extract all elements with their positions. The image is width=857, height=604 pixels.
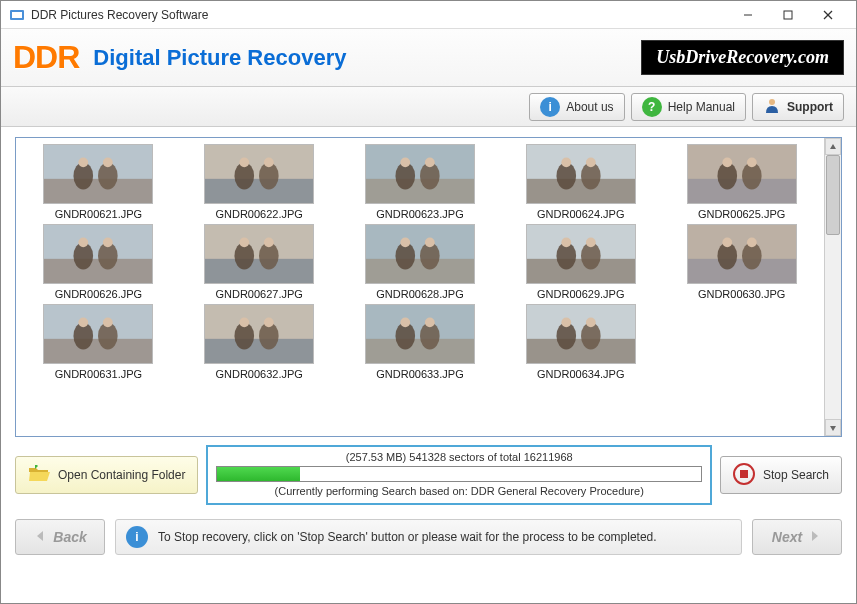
back-button[interactable]: Back <box>15 519 105 555</box>
thumbnail-item[interactable]: GNDR00628.JPG <box>342 224 499 300</box>
back-label: Back <box>53 529 86 545</box>
svg-rect-14 <box>205 179 313 203</box>
thumbnail-filename: GNDR00632.JPG <box>215 368 302 380</box>
content-area: GNDR00621.JPGGNDR00622.JPGGNDR00623.JPGG… <box>1 127 856 511</box>
svg-point-65 <box>722 238 732 248</box>
svg-point-84 <box>425 318 435 328</box>
thumbnail-item[interactable]: GNDR00633.JPG <box>342 304 499 380</box>
stop-search-button[interactable]: Stop Search <box>720 456 842 494</box>
svg-rect-94 <box>740 470 748 478</box>
svg-point-47 <box>240 238 250 248</box>
folder-open-icon <box>28 465 50 486</box>
svg-rect-32 <box>688 179 796 203</box>
thumbnail-filename: GNDR00630.JPG <box>698 288 785 300</box>
svg-point-71 <box>79 318 89 328</box>
svg-point-60 <box>586 238 596 248</box>
about-button[interactable]: i About us <box>529 93 624 121</box>
open-containing-folder-button[interactable]: Open Containing Folder <box>15 456 198 494</box>
svg-point-89 <box>561 318 571 328</box>
svg-point-72 <box>103 318 113 328</box>
thumbnail-filename: GNDR00622.JPG <box>215 208 302 220</box>
thumbnail-scroll: GNDR00621.JPGGNDR00622.JPGGNDR00623.JPGG… <box>16 138 824 436</box>
scroll-up-button[interactable] <box>825 138 841 155</box>
svg-point-36 <box>747 158 757 168</box>
support-icon <box>763 96 781 117</box>
thumbnail-item[interactable]: GNDR00630.JPG <box>663 224 820 300</box>
svg-point-29 <box>561 158 571 168</box>
next-label: Next <box>772 529 802 545</box>
action-row: Open Containing Folder (257.53 MB) 54132… <box>15 445 842 505</box>
maximize-button[interactable] <box>768 1 808 29</box>
header: DDR Digital Picture Recovery UsbDriveRec… <box>1 29 856 87</box>
minimize-button[interactable] <box>728 1 768 29</box>
svg-point-17 <box>240 158 250 168</box>
thumbnail-image <box>204 304 314 364</box>
thumbnail-image <box>526 144 636 204</box>
titlebar: DDR Pictures Recovery Software <box>1 1 856 29</box>
thumbnail-item[interactable]: GNDR00625.JPG <box>663 144 820 220</box>
app-icon <box>9 7 25 23</box>
progress-status-text: (257.53 MB) 541328 sectors of total 1621… <box>216 451 702 463</box>
thumbnail-filename: GNDR00634.JPG <box>537 368 624 380</box>
svg-point-11 <box>79 158 89 168</box>
help-label: Help Manual <box>668 100 735 114</box>
svg-point-41 <box>79 238 89 248</box>
thumbnail-filename: GNDR00631.JPG <box>55 368 142 380</box>
brand-logo: DDR <box>13 39 79 76</box>
svg-rect-8 <box>44 179 152 203</box>
svg-rect-1 <box>12 12 22 18</box>
thumbnail-item[interactable]: GNDR00626.JPG <box>20 224 177 300</box>
progress-fill <box>217 467 299 481</box>
thumbnail-item[interactable]: GNDR00621.JPG <box>20 144 177 220</box>
thumbnail-filename: GNDR00625.JPG <box>698 208 785 220</box>
svg-rect-44 <box>205 259 313 283</box>
svg-point-53 <box>400 238 410 248</box>
thumbnail-filename: GNDR00626.JPG <box>55 288 142 300</box>
svg-rect-38 <box>44 259 152 283</box>
svg-point-30 <box>586 158 596 168</box>
thumbnail-item[interactable]: GNDR00629.JPG <box>502 224 659 300</box>
thumbnail-image <box>365 224 475 284</box>
next-button[interactable]: Next <box>752 519 842 555</box>
support-button[interactable]: Support <box>752 93 844 121</box>
thumbnail-item[interactable]: GNDR00634.JPG <box>502 304 659 380</box>
svg-point-78 <box>264 318 274 328</box>
chevron-left-icon <box>33 529 47 546</box>
svg-rect-74 <box>205 339 313 363</box>
svg-point-83 <box>400 318 410 328</box>
stop-label: Stop Search <box>763 468 829 482</box>
thumbnail-item[interactable]: GNDR00623.JPG <box>342 144 499 220</box>
thumbnail-filename: GNDR00633.JPG <box>376 368 463 380</box>
thumbnail-item[interactable]: GNDR00632.JPG <box>181 304 338 380</box>
thumbnail-item[interactable]: GNDR00631.JPG <box>20 304 177 380</box>
svg-rect-86 <box>527 339 635 363</box>
support-label: Support <box>787 100 833 114</box>
svg-point-59 <box>561 238 571 248</box>
svg-point-77 <box>240 318 250 328</box>
scroll-track[interactable] <box>825 155 841 419</box>
thumbnail-item[interactable]: GNDR00622.JPG <box>181 144 338 220</box>
vertical-scrollbar[interactable] <box>824 138 841 436</box>
toolbar: i About us ? Help Manual Support <box>1 87 856 127</box>
svg-point-54 <box>425 238 435 248</box>
help-manual-button[interactable]: ? Help Manual <box>631 93 746 121</box>
thumbnail-item[interactable]: GNDR00627.JPG <box>181 224 338 300</box>
svg-marker-95 <box>37 531 43 541</box>
svg-rect-3 <box>784 11 792 19</box>
svg-point-35 <box>722 158 732 168</box>
thumbnail-image <box>526 224 636 284</box>
thumbnail-image <box>365 144 475 204</box>
scroll-thumb[interactable] <box>826 155 840 235</box>
svg-rect-68 <box>44 339 152 363</box>
progress-panel: (257.53 MB) 541328 sectors of total 1621… <box>206 445 712 505</box>
svg-rect-20 <box>366 179 474 203</box>
thumbnail-item[interactable]: GNDR00624.JPG <box>502 144 659 220</box>
info-icon: i <box>126 526 148 548</box>
footer: Back i To Stop recovery, click on 'Stop … <box>1 511 856 563</box>
close-button[interactable] <box>808 1 848 29</box>
thumbnail-image <box>365 304 475 364</box>
scroll-down-button[interactable] <box>825 419 841 436</box>
svg-marker-92 <box>830 426 836 431</box>
info-text: To Stop recovery, click on 'Stop Search'… <box>158 530 657 544</box>
svg-point-24 <box>425 158 435 168</box>
